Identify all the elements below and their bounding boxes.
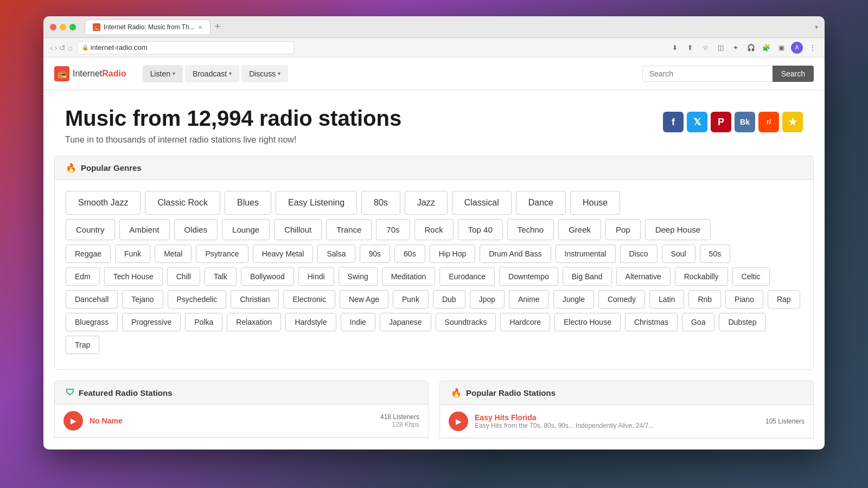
genre-hardstyle[interactable]: Hardstyle bbox=[285, 313, 336, 331]
genre-50s[interactable]: 50s bbox=[700, 245, 731, 263]
active-tab[interactable]: 📻 Internet Radio: Music from Th... ✕ bbox=[85, 20, 210, 34]
refresh-button[interactable]: ↺ bbox=[59, 43, 66, 52]
genre-blues[interactable]: Blues bbox=[225, 191, 271, 215]
genre-electro-house[interactable]: Electro House bbox=[554, 313, 621, 331]
genre-trance[interactable]: Trance bbox=[326, 219, 372, 240]
genre-psytrance[interactable]: Psytrance bbox=[196, 245, 248, 263]
user-avatar[interactable]: A bbox=[791, 42, 803, 54]
genre-relaxation[interactable]: Relaxation bbox=[227, 313, 281, 331]
genre-psychedelic[interactable]: Psychedelic bbox=[168, 290, 227, 309]
genre-house[interactable]: House bbox=[570, 191, 620, 215]
genre-soundtracks[interactable]: Soundtracks bbox=[436, 313, 496, 331]
genre-lounge[interactable]: Lounge bbox=[222, 219, 270, 240]
genre-90s[interactable]: 90s bbox=[360, 245, 391, 263]
share-icon[interactable]: ⬆ bbox=[685, 42, 695, 53]
genre-progressive[interactable]: Progressive bbox=[122, 313, 181, 331]
genre-rap[interactable]: Rap bbox=[768, 290, 800, 309]
back-button[interactable]: ‹ bbox=[50, 43, 53, 52]
bookmark-icon[interactable]: ☆ bbox=[700, 42, 711, 53]
download-icon[interactable]: ⬇ bbox=[669, 42, 680, 53]
facebook-icon[interactable]: f bbox=[663, 112, 684, 132]
genre-ambient[interactable]: Ambient bbox=[119, 219, 170, 240]
genre-christian[interactable]: Christian bbox=[231, 290, 279, 309]
genre-funk[interactable]: Funk bbox=[115, 245, 150, 263]
minimize-button[interactable] bbox=[60, 24, 66, 30]
genre-heavy-metal[interactable]: Heavy Metal bbox=[253, 245, 314, 263]
genre-electronic[interactable]: Electronic bbox=[283, 290, 335, 309]
genre-salsa[interactable]: Salsa bbox=[317, 245, 355, 263]
noname-station-name[interactable]: No Name bbox=[90, 416, 374, 425]
genre-meditation[interactable]: Meditation bbox=[382, 267, 436, 286]
genre-easy-listening[interactable]: Easy Listening bbox=[276, 191, 357, 215]
genre-piano[interactable]: Piano bbox=[725, 290, 763, 309]
genre-dubstep[interactable]: Dubstep bbox=[719, 313, 765, 331]
genre-oldies[interactable]: Oldies bbox=[174, 219, 218, 240]
genre-bollywood[interactable]: Bollywood bbox=[241, 267, 294, 286]
genre-downtempo[interactable]: Downtempo bbox=[499, 267, 558, 286]
genre-rock[interactable]: Rock bbox=[414, 219, 454, 240]
close-button[interactable] bbox=[50, 24, 56, 30]
genre-instrumental[interactable]: Instrumental bbox=[556, 245, 616, 263]
play-noname-button[interactable]: ▶ bbox=[63, 411, 83, 431]
genre-jungle[interactable]: Jungle bbox=[553, 290, 594, 309]
genre-pop[interactable]: Pop bbox=[605, 219, 641, 240]
genre-latin[interactable]: Latin bbox=[649, 290, 684, 309]
new-tab-button[interactable]: + bbox=[210, 21, 225, 33]
genre-techno[interactable]: Techno bbox=[507, 219, 554, 240]
easyhits-station-name[interactable]: Easy Hits Florida bbox=[475, 413, 759, 422]
genre-top40[interactable]: Top 40 bbox=[458, 219, 503, 240]
genre-indie[interactable]: Indie bbox=[341, 313, 375, 331]
genre-bluegrass[interactable]: Bluegrass bbox=[66, 313, 118, 331]
genre-reggae[interactable]: Reggae bbox=[66, 245, 111, 263]
search-button[interactable]: Search bbox=[773, 66, 814, 82]
genre-smooth-jazz[interactable]: Smooth Jazz bbox=[66, 191, 141, 215]
genre-japanese[interactable]: Japanese bbox=[380, 313, 431, 331]
genre-eurodance[interactable]: Eurodance bbox=[439, 267, 495, 286]
forward-button[interactable]: › bbox=[55, 43, 58, 52]
address-field[interactable]: 🔒 internet-radio.com bbox=[77, 41, 294, 54]
genre-tejano[interactable]: Tejano bbox=[122, 290, 163, 309]
genre-tech-house[interactable]: Tech House bbox=[104, 267, 163, 286]
tab-expand-icon[interactable]: ▾ bbox=[815, 23, 818, 31]
genre-70s[interactable]: 70s bbox=[376, 219, 410, 240]
genre-christmas[interactable]: Christmas bbox=[625, 313, 678, 331]
genre-country[interactable]: Country bbox=[66, 219, 115, 240]
genre-dance[interactable]: Dance bbox=[516, 191, 566, 215]
vk-icon[interactable]: Bk bbox=[735, 112, 755, 132]
genre-metal[interactable]: Metal bbox=[155, 245, 192, 263]
search-input[interactable] bbox=[642, 66, 773, 82]
site-logo[interactable]: 📻 InternetRadio bbox=[54, 66, 126, 81]
genre-disco[interactable]: Disco bbox=[620, 245, 658, 263]
genre-hindi[interactable]: Hindi bbox=[298, 267, 334, 286]
play-easyhits-button[interactable]: ▶ bbox=[449, 412, 468, 431]
headphones-icon[interactable]: 🎧 bbox=[745, 42, 756, 53]
genre-hardcore[interactable]: Hardcore bbox=[500, 313, 550, 331]
genre-big-band[interactable]: Big Band bbox=[563, 267, 612, 286]
puzzle-icon[interactable]: 🧩 bbox=[761, 42, 771, 53]
menu-icon[interactable]: ⋮ bbox=[807, 42, 818, 53]
genre-chillout[interactable]: Chillout bbox=[274, 219, 322, 240]
reddit-icon[interactable]: r/ bbox=[758, 112, 779, 132]
genre-dub[interactable]: Dub bbox=[433, 290, 465, 309]
genre-talk[interactable]: Talk bbox=[205, 267, 237, 286]
genre-trap[interactable]: Trap bbox=[66, 336, 99, 354]
genre-new-age[interactable]: New Age bbox=[340, 290, 388, 309]
genre-deep-house[interactable]: Deep House bbox=[645, 219, 711, 240]
genre-dancehall[interactable]: Dancehall bbox=[66, 290, 118, 309]
twitter-icon[interactable]: 𝕏 bbox=[687, 112, 707, 132]
genre-comedy[interactable]: Comedy bbox=[598, 290, 645, 309]
genre-jpop[interactable]: Jpop bbox=[470, 290, 505, 309]
genre-celtic[interactable]: Celtic bbox=[732, 267, 770, 286]
settings-icon[interactable]: ✦ bbox=[730, 42, 741, 53]
genre-punk[interactable]: Punk bbox=[393, 290, 429, 309]
genre-80s[interactable]: 80s bbox=[361, 191, 400, 215]
genre-drum-and-bass[interactable]: Drum And Bass bbox=[480, 245, 551, 263]
genre-greek[interactable]: Greek bbox=[558, 219, 601, 240]
nav-listen[interactable]: Listen ▾ bbox=[143, 65, 183, 82]
genre-classic-rock[interactable]: Classic Rock bbox=[145, 191, 220, 215]
genre-60s[interactable]: 60s bbox=[394, 245, 425, 263]
genre-anime[interactable]: Anime bbox=[509, 290, 549, 309]
genre-rnb[interactable]: Rnb bbox=[688, 290, 721, 309]
layers-icon[interactable]: ◫ bbox=[715, 42, 726, 53]
genre-soul[interactable]: Soul bbox=[662, 245, 695, 263]
